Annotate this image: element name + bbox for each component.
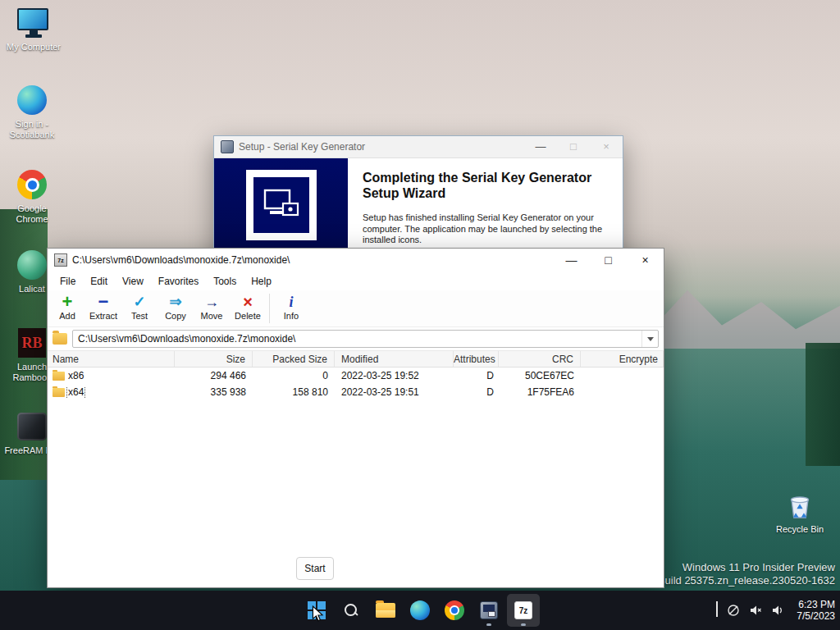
setup-app-icon [480,601,498,619]
taskbar-clock[interactable]: 6:23 PM 7/5/2023 [797,599,835,622]
address-bar [48,327,664,350]
chevron-down-icon [647,337,654,341]
running-indicator [486,623,491,626]
column-header-modified[interactable]: Modified [335,351,454,367]
desktop-icon-my-computer[interactable]: My Computer [3,7,64,52]
desktop-icon-scotiabank[interactable]: Sign in - Scotiabank [2,84,62,140]
wallpaper-trees-right [806,343,840,466]
address-input[interactable] [73,333,641,345]
edge-icon [410,600,430,620]
chrome-icon [16,168,48,201]
minimize-button[interactable]: — [553,249,590,272]
column-header-size[interactable]: Size [175,351,253,367]
insider-watermark: Windows 11 Pro Insider Preview opy. Buil… [636,561,835,587]
taskbar: 7z [0,591,840,630]
close-button[interactable]: × [627,249,664,272]
globe-no-internet-icon [727,604,740,617]
taskbar-7zip-button[interactable]: 7z [507,594,540,627]
setup-close-button[interactable]: × [590,136,623,158]
address-dropdown-button[interactable] [641,331,658,347]
icon-label: Recycle Bin [769,524,830,535]
clock-date: 7/5/2023 [797,610,835,622]
column-header-name[interactable]: Name [48,351,175,367]
speaker-muted-icon [749,604,762,617]
windows-logo-icon [308,601,326,619]
taskbar-edge-button[interactable] [404,594,436,627]
extract-icon: − [98,293,109,311]
menu-file[interactable]: File [52,272,83,290]
taskbar-chrome-button[interactable] [438,594,471,627]
setup-maximize-button[interactable]: □ [557,136,590,158]
extract-button[interactable]: − Extract [85,292,121,321]
menu-favorites[interactable]: Favorites [151,272,206,290]
table-row[interactable]: x64 335 938 158 810 2022-03-25 19:51 D 1… [48,384,664,400]
move-icon: → [204,293,219,311]
clock-time: 6:23 PM [797,599,835,610]
tray-mute-button[interactable] [749,604,762,617]
icon-label: My Computer [3,42,64,52]
tray-network-button[interactable] [727,604,740,617]
sevenzip-window-icon: 7z [54,253,67,267]
column-header-encrypted[interactable]: Encrypte [581,351,664,367]
setup-heading: Completing the Serial Key Generator Setu… [363,170,608,201]
add-icon: + [62,293,73,311]
sevenzip-window: 7z C:\Users\vm6\Downloads\monoxide.7z\mo… [47,248,664,588]
delete-button[interactable]: × Delete [230,292,266,321]
setup-minimize-button[interactable]: — [524,136,557,158]
desktop-icon-google-chrome[interactable]: Google Chrome [2,168,62,225]
start-button[interactable]: Start [296,557,334,580]
folder-icon [52,372,65,381]
desktop-icon-recycle-bin[interactable]: Recycle Bin [769,489,830,535]
setup-title-bar[interactable]: Setup - Serial Key Generator — □ × [214,136,623,158]
icon-label: Sign in - Scotiabank [2,119,62,140]
copy-icon: ⇒ [169,293,181,311]
info-icon: i [289,293,293,311]
taskbar-search-button[interactable] [335,594,368,627]
ramboos-icon: RB [16,326,48,359]
test-button[interactable]: ✓ Test [121,292,158,321]
column-header-attributes[interactable]: Attributes [454,351,499,367]
screen: My Computer Sign in - Scotiabank Google … [0,0,840,630]
file-list: x86 294 466 0 2022-03-25 19:52 D 50CE67E… [48,368,664,587]
column-header-crc[interactable]: CRC [499,351,581,367]
hidden-icons-button[interactable] [716,603,718,618]
copy-button[interactable]: ⇒ Copy [158,292,194,321]
setup-window-title: Setup - Serial Key Generator [239,141,524,153]
start-menu-button[interactable] [300,594,333,627]
system-tray: 6:23 PM 7/5/2023 [716,591,835,630]
menu-view[interactable]: View [115,272,151,290]
taskbar-setup-button[interactable] [472,594,505,627]
delete-icon: × [243,293,253,311]
add-button[interactable]: + Add [49,292,85,321]
running-indicator [521,623,526,626]
toolbar-separator [269,294,270,323]
address-folder-icon[interactable] [52,333,67,345]
edge-icon [16,84,48,116]
sevenzip-icon: 7z [514,601,532,619]
column-headers: Name Size Packed Size Modified Attribute… [48,350,664,368]
setup-wizard-art [246,170,317,240]
chrome-icon [445,600,464,620]
menu-tools[interactable]: Tools [206,272,244,290]
speaker-icon [771,604,784,617]
table-row[interactable]: x86 294 466 0 2022-03-25 19:52 D 50CE67E… [48,368,664,384]
watermark-line-1: Windows 11 Pro Insider Preview [636,561,835,574]
setup-body-text: Setup has finished installing Serial Key… [363,212,608,246]
maximize-button[interactable]: □ [590,249,627,272]
test-icon: ✓ [133,293,145,311]
setup-window-icon [221,140,234,153]
column-header-packed-size[interactable]: Packed Size [253,351,335,367]
recycle-bin-icon [783,489,816,522]
move-button[interactable]: → Move [194,292,230,321]
taskbar-file-explorer-button[interactable] [369,594,402,627]
menu-help[interactable]: Help [244,272,279,290]
lalicat-icon [16,249,48,281]
sevenzip-title-bar[interactable]: 7z C:\Users\vm6\Downloads\monoxide.7z\mo… [48,249,664,272]
tray-volume-button[interactable] [771,604,784,617]
watermark-line-2: opy. Build 25375.zn_release.230520-1632 [636,574,835,587]
menu-edit[interactable]: Edit [83,272,115,290]
my-computer-icon [17,7,50,39]
menu-bar: File Edit View Favorites Tools Help [48,272,664,290]
info-button[interactable]: i Info [273,292,309,321]
file-explorer-icon [376,603,395,618]
